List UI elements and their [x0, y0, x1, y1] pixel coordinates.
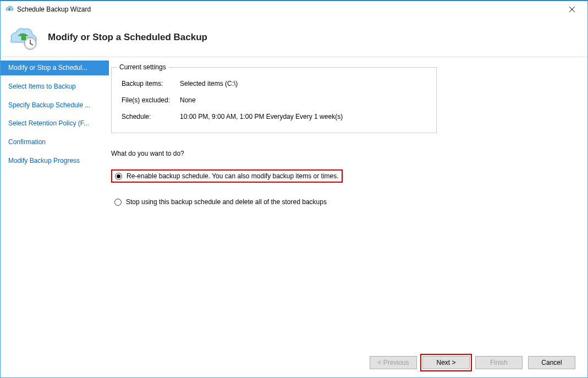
- wizard-content: Current settings Backup items: Selected …: [109, 57, 587, 348]
- sidebar-step-modify-stop[interactable]: Modify or Stop a Schedul...: [1, 61, 109, 75]
- wizard-header: Modify or Stop a Scheduled Backup: [1, 18, 587, 57]
- current-settings-legend: Current settings: [117, 63, 168, 71]
- sidebar-step-select-items[interactable]: Select Items to Backup: [1, 79, 109, 94]
- window-title: Schedule Backup Wizard: [17, 6, 561, 13]
- wizard-steps-sidebar: Modify or Stop a Schedul... Select Items…: [1, 57, 109, 348]
- backup-items-label: Backup items:: [122, 80, 180, 87]
- wizard-body: Modify or Stop a Schedul... Select Items…: [1, 57, 587, 348]
- current-settings-group: Current settings Backup items: Selected …: [111, 67, 437, 133]
- option-stop[interactable]: Stop using this backup schedule and dele…: [111, 196, 570, 208]
- cancel-button[interactable]: Cancel: [528, 356, 575, 369]
- svg-point-6: [30, 43, 31, 44]
- close-icon: [569, 7, 575, 12]
- sidebar-step-confirmation[interactable]: Confirmation: [1, 135, 109, 150]
- sidebar-step-modify-progress[interactable]: Modify Backup Progress: [1, 154, 109, 168]
- wizard-window: Schedule Backup Wizard Modify or Stop a …: [0, 0, 588, 378]
- setting-row-schedule: Schedule: 10:00 PM, 9:00 AM, 1:00 PM Eve…: [122, 113, 426, 120]
- files-excluded-value: None: [180, 96, 426, 104]
- sidebar-step-retention-policy[interactable]: Select Retention Policy (F...: [1, 116, 109, 131]
- backup-items-value: Selected items (C:\): [180, 80, 426, 87]
- wizard-footer: < Previous Next > Finish Cancel: [1, 348, 587, 377]
- finish-button: Finish: [475, 356, 523, 369]
- schedule-label: Schedule:: [122, 113, 180, 120]
- app-icon: [5, 5, 14, 14]
- next-button[interactable]: Next >: [422, 356, 470, 369]
- radio-reenable[interactable]: [115, 173, 122, 180]
- option-reenable-label: Re-enable backup schedule. You can also …: [127, 172, 339, 180]
- previous-button: < Previous: [370, 356, 417, 369]
- backup-cloud-icon: [7, 24, 40, 51]
- titlebar: Schedule Backup Wizard: [1, 1, 587, 18]
- radio-stop[interactable]: [114, 199, 122, 206]
- setting-row-files-excluded: File(s) excluded: None: [122, 96, 426, 104]
- schedule-value: 10:00 PM, 9:00 AM, 1:00 PM Everyday Ever…: [180, 113, 426, 120]
- option-reenable[interactable]: Re-enable backup schedule. You can also …: [111, 169, 343, 183]
- page-title: Modify or Stop a Scheduled Backup: [48, 32, 207, 43]
- sidebar-step-specify-schedule[interactable]: Specify Backup Schedule ...: [1, 98, 109, 113]
- files-excluded-label: File(s) excluded:: [122, 96, 180, 104]
- option-stop-label: Stop using this backup schedule and dele…: [126, 198, 327, 206]
- close-button[interactable]: [561, 2, 583, 17]
- action-question: What do you want to do?: [111, 150, 570, 157]
- setting-row-backup-items: Backup items: Selected items (C:\): [122, 80, 426, 87]
